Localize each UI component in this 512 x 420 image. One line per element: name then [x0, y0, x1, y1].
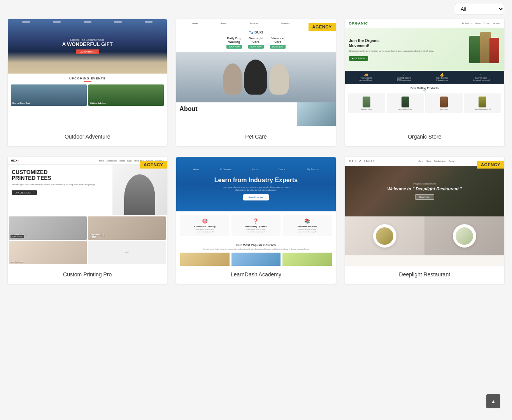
badge-pet: AGENCY	[309, 23, 336, 31]
card-label-outdoor: Outdoor Adventure	[8, 128, 167, 146]
card-outdoor-adventure[interactable]: Explore The Colourful World A WONDERFUL …	[8, 19, 167, 146]
card-label-organic: Organic Store	[345, 128, 504, 146]
card-label-deeplight: Deeplight Restaurant	[345, 266, 504, 284]
thumb-custom-printing: AGENCY HDX• HomeAll ProductsTshirtsPageA…	[8, 157, 167, 266]
thumb-organic-store: ORGANIC All ProductsMenuContactAccount J…	[345, 19, 504, 128]
theme-grid: Explore The Colourful World A WONDERFUL …	[8, 19, 504, 284]
card-pet-care[interactable]: AGENCY HomeAboutServicesReviewsContact 🐾…	[176, 19, 335, 146]
card-label-pet: Pet Care	[176, 128, 335, 146]
thumb-deeplight: AGENCY DEEPLIGHT MenuStoryCollaborationC…	[345, 157, 504, 266]
card-custom-printing[interactable]: AGENCY HDX• HomeAll ProductsTshirtsPageA…	[8, 157, 167, 284]
thumb-learndash: HomeAll CoursesAboutContactMy Account Le…	[176, 157, 335, 266]
category-filter[interactable]: All Agency Blog Business eCommerce Educa…	[455, 4, 504, 14]
thumb-outdoor-adventure: Explore The Colourful World A WONDERFUL …	[8, 19, 167, 128]
card-label-learndash: LearnDash Academy	[176, 266, 335, 284]
card-label-custom: Custom Printing Pro	[8, 266, 167, 284]
top-bar: All Agency Blog Business eCommerce Educa…	[8, 4, 504, 14]
thumb-pet-care: AGENCY HomeAboutServicesReviewsContact 🐾…	[176, 19, 335, 128]
badge-deeplight: AGENCY	[477, 161, 504, 169]
badge-custom: AGENCY	[140, 161, 167, 169]
card-organic-store[interactable]: ORGANIC All ProductsMenuContactAccount J…	[345, 19, 504, 146]
card-learndash[interactable]: HomeAll CoursesAboutContactMy Account Le…	[176, 157, 335, 284]
card-deeplight[interactable]: AGENCY DEEPLIGHT MenuStoryCollaborationC…	[345, 157, 504, 284]
